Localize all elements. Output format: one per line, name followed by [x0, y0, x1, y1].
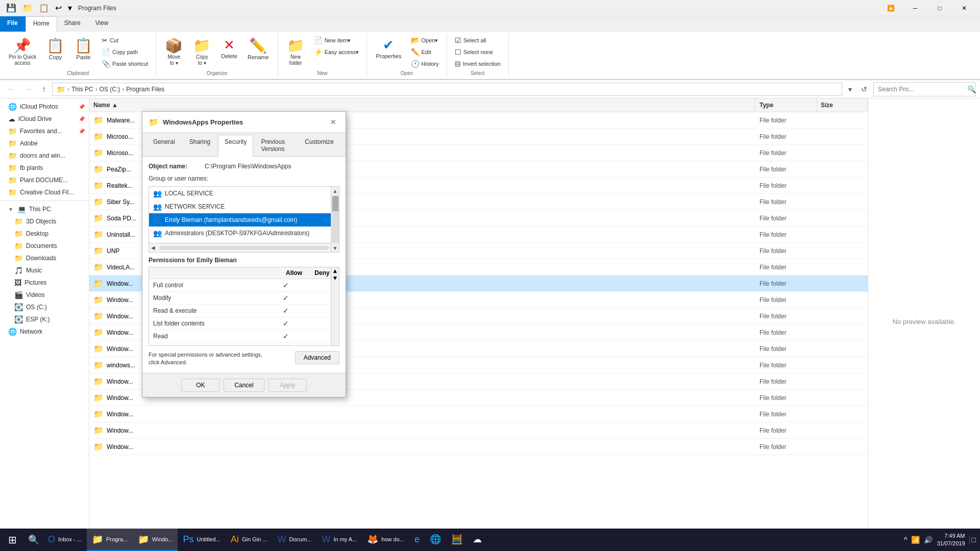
scroll-up-button[interactable]: ▲ [331, 187, 339, 195]
group-item-local-service[interactable]: 👥 LOCAL SERVICE [149, 187, 331, 200]
group-item-administrators[interactable]: 👥 Administrators (DESKTOP-S97KFGA\Admini… [149, 227, 331, 240]
taskbar-ie[interactable]: e [409, 529, 425, 551]
tab-share[interactable]: Share [57, 16, 88, 32]
sidebar-item-network[interactable]: 🌐 Network [0, 325, 89, 338]
tab-home[interactable]: Home [26, 16, 57, 32]
pin-to-quick-access-button[interactable]: 📌 Pin to Quickaccess [4, 35, 41, 69]
sidebar-item-adobe[interactable]: 📁 Adobe [0, 137, 89, 149]
scroll-left-button[interactable]: ◀ [149, 245, 157, 251]
copy-to-button[interactable]: 📁 Copyto ▾ [188, 35, 215, 69]
cancel-button[interactable]: Cancel [224, 379, 264, 392]
sidebar-item-os-c[interactable]: 💽 OS (C:) [0, 301, 89, 313]
taskbar-word-1[interactable]: W Docum... [272, 529, 316, 551]
save-icon[interactable]: 💾 [4, 2, 18, 14]
apply-button[interactable]: Apply [268, 379, 307, 392]
dropdown-icon[interactable]: ▾ [66, 2, 74, 14]
properties-quick-icon[interactable]: 📋 [37, 2, 51, 14]
search-icon[interactable]: 🔍 [967, 85, 976, 93]
ok-button[interactable]: OK [181, 379, 219, 392]
tab-previous-versions[interactable]: Previous Versions [254, 135, 297, 156]
group-list-scrollbar[interactable]: ▲ ▼ [331, 187, 339, 252]
path-c-drive[interactable]: OS (C:) [100, 86, 120, 93]
taskbar-word-2[interactable]: W In my A... [316, 529, 362, 551]
perm-row-full-control[interactable]: Full control ✓ [149, 279, 331, 292]
sidebar-item-documents[interactable]: 📁 Documents [0, 240, 89, 252]
perm-scroll-up[interactable]: ▲ [332, 267, 338, 274]
sidebar-item-plant-doc[interactable]: 📁 Plant DOCUME... [0, 174, 89, 186]
sidebar-item-pictures[interactable]: 🖼 Pictures [0, 277, 89, 289]
network-tray-icon[interactable]: 📶 [911, 536, 920, 544]
perm-row-list-folder[interactable]: List folder contents ✓ [149, 317, 331, 330]
new-folder-quick-icon[interactable]: 📁 [20, 2, 35, 14]
close-button[interactable]: ✕ [952, 0, 976, 16]
taskbar-outlook[interactable]: O Inbox - ... [43, 529, 87, 551]
tab-sharing[interactable]: Sharing [183, 135, 217, 156]
search-input[interactable] [873, 82, 975, 96]
invert-selection-button[interactable]: ⊟ Invert selection [451, 58, 504, 69]
edit-button[interactable]: ✏️ Edit [407, 46, 443, 58]
sidebar-item-3d-objects[interactable]: 📁 3D Objects [0, 215, 89, 228]
history-button[interactable]: 🕐 History [407, 58, 443, 69]
refresh-button[interactable]: ↺ [858, 83, 870, 95]
taskbar-photoshop[interactable]: Ps Untitled... [178, 529, 225, 551]
sidebar-item-esp-k[interactable]: 💽 ESP (K:) [0, 313, 89, 325]
group-item-emily-bieman[interactable]: 👤 Emily Bieman (farmplantsandseeds@gmail… [149, 213, 331, 227]
clock[interactable]: 7:49 AM 31/07/2019 [937, 532, 965, 548]
copy-path-button[interactable]: 📄 Copy path [98, 46, 152, 58]
tab-customize[interactable]: Customize [298, 135, 340, 156]
sidebar-item-fb-plants[interactable]: 📁 fb plants [0, 162, 89, 174]
easy-access-button[interactable]: ⚡ Easy access ▾ [310, 46, 363, 58]
new-item-button[interactable]: 📄 New item ▾ [310, 35, 363, 46]
tab-file[interactable]: File [0, 16, 26, 32]
new-folder-button[interactable]: 📁 Newfolder [282, 35, 309, 69]
table-row[interactable]: 📁Window... File folder [89, 406, 868, 422]
address-path[interactable]: 📁 › This PC › OS (C:) › Program Files [52, 83, 842, 96]
move-to-button[interactable]: 📦 Moveto ▾ [160, 35, 187, 69]
taskbar-illustrator[interactable]: Ai Gin Gin ... [226, 529, 273, 551]
rename-button[interactable]: ✏️ Rename [243, 35, 274, 63]
sidebar-item-this-pc[interactable]: ▼ 💻 This PC [0, 203, 89, 215]
header-type[interactable]: Type [755, 98, 817, 112]
delete-button[interactable]: ✕ Delete [216, 35, 242, 62]
sidebar-item-doorrs[interactable]: 📁 doorrs and win... [0, 149, 89, 162]
sidebar-item-desktop[interactable]: 📁 Desktop [0, 228, 89, 240]
select-all-button[interactable]: ☑ Select all [451, 35, 504, 46]
perm-row-write[interactable]: Write ✓ [149, 343, 331, 345]
undo-icon[interactable]: ↩ [53, 2, 64, 14]
advanced-button[interactable]: Advanced [295, 351, 339, 364]
sidebar-item-downloads[interactable]: 📁 Downloads [0, 252, 89, 264]
taskbar-onedrive[interactable]: ☁ [468, 529, 487, 551]
dialog-close-button[interactable]: ✕ [327, 116, 339, 128]
tab-view[interactable]: View [88, 16, 116, 32]
show-desktop-button[interactable]: □ [969, 536, 976, 544]
forward-button[interactable]: → [21, 83, 36, 96]
group-item-network-service[interactable]: 👥 NETWORK SERVICE [149, 200, 331, 213]
minimize-button[interactable]: ─ [903, 0, 927, 16]
maximize-button[interactable]: □ [928, 0, 951, 16]
perm-scrollbar[interactable]: ▲ ▼ [331, 267, 339, 345]
taskbar-windows-apps[interactable]: 📁 Windo... [133, 529, 178, 551]
header-size[interactable]: Size [817, 98, 868, 112]
taskbar-chrome[interactable]: 🌐 [425, 529, 446, 551]
open-button[interactable]: 📂 Open ▾ [407, 35, 443, 46]
copy-button[interactable]: 📋 Copy [42, 35, 69, 63]
table-row[interactable]: 📁Window... File folder [89, 439, 868, 455]
taskbar-program-files[interactable]: 📁 Progra... [87, 529, 133, 551]
table-row[interactable]: 📁Window... File folder [89, 422, 868, 439]
perm-row-read[interactable]: Read ✓ [149, 330, 331, 343]
collapse-icon[interactable]: 🔼 [879, 0, 902, 16]
perm-row-modify[interactable]: Modify ✓ [149, 292, 331, 305]
show-hidden-icons[interactable]: ^ [904, 536, 908, 544]
scroll-thumb[interactable] [332, 196, 338, 211]
path-this-pc[interactable]: This PC [71, 86, 93, 93]
up-button[interactable]: ↑ [39, 83, 49, 96]
cut-button[interactable]: ✂ Cut [98, 35, 152, 46]
taskbar-search-button[interactable]: 🔍 [24, 529, 43, 551]
dropdown-path-button[interactable]: ▾ [845, 83, 855, 95]
properties-button[interactable]: ✔ Properties [371, 35, 406, 62]
select-none-button[interactable]: ☐ Select none [451, 46, 504, 58]
path-program-files[interactable]: Program Files [126, 86, 164, 93]
sidebar-item-icloud-drive[interactable]: ☁ iCloud Drive 📌 [0, 113, 89, 125]
tab-security[interactable]: Security [218, 135, 253, 157]
taskbar-firefox[interactable]: 🦊 how do... [362, 529, 409, 551]
